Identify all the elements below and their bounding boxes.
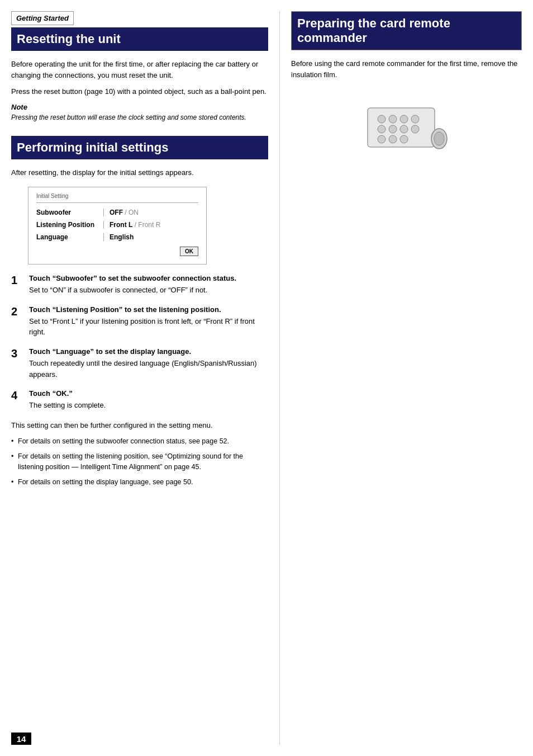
note-label: Note — [11, 103, 268, 111]
step-2-content: Touch “Listening Position” to set the li… — [29, 305, 268, 338]
initial-setting-display: Initial Setting Subwoofer OFF / ON Liste… — [28, 187, 207, 264]
step-2-number: 2 — [11, 305, 27, 338]
step-2-desc: Set to “Front L” if your listening posit… — [29, 316, 268, 338]
step-1: 1 Touch “Subwoofer” to set the subwoofer… — [11, 273, 268, 296]
steps-list: 1 Touch “Subwoofer” to set the subwoofer… — [11, 273, 268, 411]
language-label: Language — [36, 233, 103, 241]
page-number: 14 — [11, 733, 31, 745]
svg-point-4 — [411, 115, 419, 123]
step-1-content: Touch “Subwoofer” to set the subwoofer c… — [29, 273, 268, 296]
page-container: Getting Started Resetting the unit Befor… — [0, 0, 533, 756]
listening-dim: / Front R — [135, 221, 161, 229]
svg-point-10 — [389, 135, 397, 143]
svg-point-13 — [434, 132, 444, 145]
step-1-number: 1 — [11, 273, 27, 296]
subwoofer-dim: / ON — [125, 209, 139, 216]
subwoofer-selected: OFF — [110, 209, 123, 216]
language-value: English — [110, 233, 134, 241]
performing-body: After resetting, the display for the ini… — [11, 167, 268, 178]
display-title: Initial Setting — [36, 193, 198, 203]
performing-title: Performing initial settings — [11, 136, 268, 159]
svg-point-6 — [389, 125, 397, 133]
step-4-title: Touch “OK.” — [29, 389, 268, 399]
step-4-desc: The setting is complete. — [29, 400, 268, 411]
note-text: Pressing the reset button will erase the… — [11, 112, 268, 122]
right-title: Preparing the card remote commander — [291, 11, 522, 50]
step-1-title: Touch “Subwoofer” to set the subwoofer c… — [29, 273, 268, 284]
svg-point-8 — [411, 125, 419, 133]
display-row-language: Language English — [36, 233, 198, 241]
svg-point-5 — [378, 125, 386, 133]
step-3: 3 Touch “Language” to set the display la… — [11, 347, 268, 380]
listening-selected: Front L — [110, 221, 132, 229]
svg-point-2 — [389, 115, 397, 123]
row-sep-3 — [103, 233, 104, 241]
step-4: 4 Touch “OK.” The setting is complete. — [11, 389, 268, 411]
svg-point-9 — [378, 135, 386, 143]
left-column: Getting Started Resetting the unit Befor… — [11, 11, 279, 745]
row-sep-1 — [103, 209, 104, 216]
performing-section: Performing initial settings After resett… — [11, 136, 268, 488]
step-3-title: Touch “Language” to set the display lang… — [29, 347, 268, 357]
svg-point-1 — [378, 115, 386, 123]
step-3-desc: Touch repeatedly until the desired langu… — [29, 358, 268, 380]
ok-button[interactable]: OK — [180, 247, 198, 256]
bullet-1: For details on setting the subwoofer con… — [11, 436, 268, 447]
resetting-body2: Press the reset button (page 10) with a … — [11, 86, 268, 97]
listening-value: Front L / Front R — [110, 221, 160, 229]
display-row-listening: Listening Position Front L / Front R — [36, 221, 198, 229]
svg-point-7 — [400, 125, 408, 133]
right-column: Preparing the card remote commander Befo… — [279, 11, 522, 745]
language-selected: English — [110, 233, 134, 241]
step-3-number: 3 — [11, 347, 27, 380]
step-3-content: Touch “Language” to set the display lang… — [29, 347, 268, 380]
card-remote-illustration — [356, 91, 457, 153]
right-body: Before using the card remote commander f… — [291, 58, 522, 80]
listening-label: Listening Position — [36, 221, 103, 229]
resetting-title: Resetting the unit — [11, 27, 268, 51]
getting-started-label: Getting Started — [11, 11, 74, 25]
subwoofer-value: OFF / ON — [110, 209, 139, 216]
svg-point-11 — [400, 135, 408, 143]
step-2-title: Touch “Listening Position” to set the li… — [29, 305, 268, 315]
display-row-subwoofer: Subwoofer OFF / ON — [36, 209, 198, 216]
bullet-list: For details on setting the subwoofer con… — [11, 436, 268, 487]
bullet-2: For details on setting the listening pos… — [11, 451, 268, 472]
resetting-body1: Before operating the unit for the first … — [11, 59, 268, 81]
step-4-number: 4 — [11, 389, 27, 411]
ok-btn-row: OK — [36, 247, 198, 256]
step-1-desc: Set to “ON” if a subwoofer is connected,… — [29, 285, 268, 296]
row-sep-2 — [103, 221, 104, 229]
subwoofer-label: Subwoofer — [36, 209, 103, 216]
svg-point-3 — [400, 115, 408, 123]
bullet-3: For details on setting the display langu… — [11, 477, 268, 488]
step-2: 2 Touch “Listening Position” to set the … — [11, 305, 268, 338]
footer-text: This setting can then be further configu… — [11, 420, 268, 431]
step-4-content: Touch “OK.” The setting is complete. — [29, 389, 268, 411]
